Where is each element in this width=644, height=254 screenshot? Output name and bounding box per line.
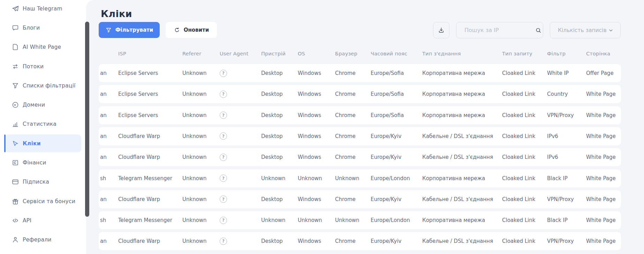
question-circle-icon[interactable]: ? (220, 70, 227, 77)
cell-timezone: Europe/Kyiv (371, 238, 422, 244)
cell-filter: Black IP (547, 217, 586, 223)
column-header-referer: Referer (182, 51, 220, 56)
cell-referer: Unknown (182, 91, 220, 97)
question-circle-icon[interactable]: ? (220, 91, 227, 98)
refresh-button[interactable]: Оновити (166, 22, 217, 38)
cell-filter: Country (547, 91, 586, 97)
column-header-connection: Тип з'єднання (422, 51, 502, 56)
cell-filter: IPv6 (547, 154, 586, 160)
cell-isp: Eclipse Servers (118, 91, 182, 97)
cell-os: Windows (298, 133, 335, 139)
column-header-request_type: Тип запиту (502, 51, 547, 56)
user-icon (12, 236, 19, 244)
finance-icon (12, 159, 19, 167)
filter-button-label: Фільтрувати (115, 27, 153, 33)
sidebar-item-label: Наш Telegram (23, 6, 62, 12)
cell-filter: IPv6 (547, 133, 586, 139)
table-row: anEclipse ServersUnknown?DesktopWindowsC… (99, 85, 621, 103)
sidebar-item-finance[interactable]: Фінанси (0, 153, 86, 172)
table-row: anEclipse ServersUnknown?DesktopWindowsC… (99, 64, 621, 82)
sidebar: Наш TelegramБлогиAI White PageПотокиСпис… (0, 0, 86, 254)
telegram-icon (12, 5, 19, 13)
cell-connection: Кабельне / DSL з'єднання (422, 154, 502, 160)
sidebar-list: Наш TelegramБлогиAI White PageПотокиСпис… (0, 0, 86, 249)
cell-page: White Page (586, 175, 621, 182)
sidebar-item-filter-lists[interactable]: Списки фільтрації (0, 76, 86, 95)
cell-page: White Page (586, 196, 621, 202)
sidebar-item-referrals[interactable]: Реферали (0, 230, 86, 249)
question-circle-icon[interactable]: ? (220, 217, 227, 224)
search-input[interactable] (464, 26, 535, 34)
sidebar-item-blogs[interactable]: Блоги (0, 18, 86, 37)
cell-user-agent: ? (220, 175, 261, 182)
cell-timezone: Europe/Sofia (371, 112, 422, 118)
cell-request-type: Cloaked Link (502, 196, 547, 202)
cell-timezone: Europe/Kyiv (371, 154, 422, 160)
question-circle-icon[interactable]: ? (220, 132, 227, 140)
table-row: shTelegram MessengerUnknown?UnknownUnkno… (99, 169, 621, 187)
column-header-device: Пристрій (261, 51, 298, 56)
question-circle-icon[interactable]: ? (220, 195, 227, 203)
vertical-scrollbar-thumb[interactable] (85, 22, 89, 217)
sidebar-item-label: Блоги (23, 25, 40, 31)
chat-icon (12, 24, 19, 32)
cell-os: Windows (298, 91, 335, 97)
cell-isp: Cloudflare Warp (118, 154, 182, 160)
gift-icon (12, 198, 19, 205)
download-button[interactable] (433, 22, 449, 38)
cell-browser: Chrome (335, 154, 371, 160)
sidebar-item-label: Сервіси та бонуси (23, 198, 75, 205)
globe-icon (12, 101, 19, 109)
sidebar-item-domains[interactable]: Домени (0, 95, 86, 114)
cell-timezone: Europe/London (371, 175, 422, 182)
cell-os: Unknown (298, 175, 335, 182)
records-count-label: Кількість записів (558, 27, 607, 33)
question-circle-icon[interactable]: ? (220, 238, 227, 245)
cell-page: White Page (586, 238, 621, 244)
column-header-page: Сторінка (586, 51, 621, 56)
cell-isp: Telegram Messenger (118, 175, 182, 182)
cell-filter: VPN/Proxy (547, 238, 586, 244)
table-row: anCloudflare WarpUnknown?DesktopWindowsC… (99, 148, 621, 166)
sidebar-item-streams[interactable]: Потоки (0, 57, 86, 76)
sidebar-item-label: Потоки (23, 63, 44, 70)
cell-browser: Unknown (335, 217, 371, 223)
cell-isp: Cloudflare Warp (118, 133, 182, 139)
cell-device: Unknown (261, 217, 298, 223)
sidebar-item-ai-white-page[interactable]: AI White Page (0, 38, 86, 57)
cell-clipped-fragment: sh (99, 217, 118, 223)
sidebar-item-subscription[interactable]: Підписка (0, 172, 86, 192)
stats-icon (12, 120, 19, 128)
sidebar-item-services-bonuses[interactable]: Сервіси та бонуси (0, 192, 86, 211)
page-icon (12, 43, 19, 51)
cell-user-agent: ? (220, 91, 261, 98)
sidebar-item-clicks[interactable]: Кліки (0, 134, 86, 153)
cell-device: Unknown (261, 175, 298, 182)
cell-connection: Корпоративна мережа (422, 217, 502, 223)
sidebar-item-api[interactable]: API (0, 211, 86, 230)
sidebar-item-telegram[interactable]: Наш Telegram (0, 0, 86, 18)
cell-referer: Unknown (182, 238, 220, 244)
refresh-icon (174, 27, 180, 33)
sidebar-item-label: Реферали (23, 237, 52, 243)
question-circle-icon[interactable]: ? (220, 154, 227, 161)
cell-clipped-fragment: an (99, 196, 118, 202)
cell-page: White Page (586, 154, 621, 160)
table-row: anEclipse ServersUnknown?DesktopWindowsC… (99, 106, 621, 124)
question-circle-icon[interactable]: ? (220, 111, 227, 119)
question-circle-icon[interactable]: ? (220, 175, 227, 182)
cell-connection: Кабельне / DSL з'єднання (422, 196, 502, 202)
search-icon[interactable] (535, 27, 542, 34)
cell-referer: Unknown (182, 175, 220, 182)
cell-os: Windows (298, 154, 335, 160)
records-count-dropdown[interactable]: Кількість записів (550, 22, 621, 38)
column-header-isp: ISP (118, 51, 182, 56)
cell-user-agent: ? (220, 217, 261, 224)
filter-button[interactable]: Фільтрувати (99, 22, 160, 38)
cell-connection: Корпоративна мережа (422, 112, 502, 118)
sidebar-item-label: Списки фільтрації (23, 83, 75, 89)
sidebar-item-statistics[interactable]: Статистика (0, 115, 86, 134)
streams-icon (12, 63, 19, 70)
column-header-browser: Браузер (335, 51, 371, 56)
cell-clipped-fragment: an (99, 154, 118, 160)
